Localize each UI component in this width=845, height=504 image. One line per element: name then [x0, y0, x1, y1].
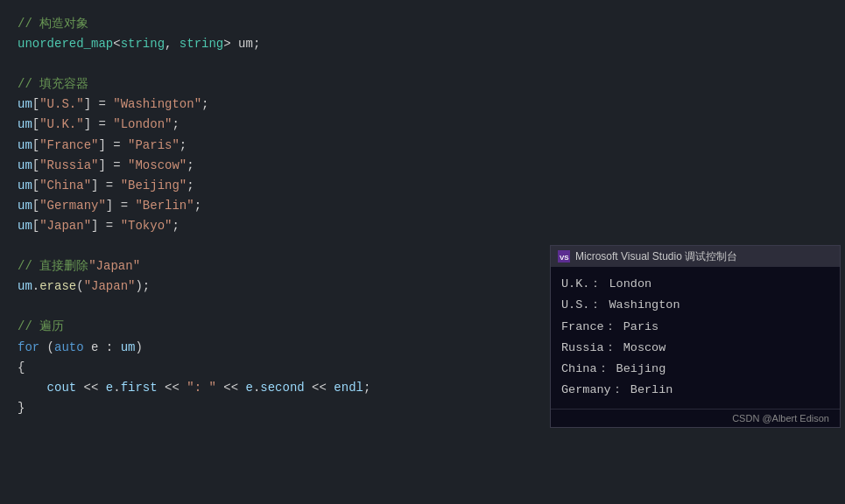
console-line-3: France： Paris: [561, 317, 829, 338]
code-line-10: um["Germany"] = "Berlin";: [18, 196, 827, 216]
console-line-4: Russia： Moscow: [561, 338, 829, 359]
console-body: U.K.： London U.S.： Washington France： Pa…: [551, 267, 840, 409]
vs-icon: VS: [558, 250, 570, 262]
code-line-6: um["U.K."] = "London";: [18, 115, 827, 135]
code-line-8: um["Russia"] = "Moscow";: [18, 156, 827, 176]
console-line-5: China： Beijing: [561, 359, 829, 380]
console-title: Microsoft Visual Studio 调试控制台: [575, 249, 737, 264]
console-line-1: U.K.： London: [561, 274, 829, 295]
console-line-2: U.S.： Washington: [561, 295, 829, 316]
console-footer: CSDN @Albert Edison: [551, 409, 840, 427]
code-line-blank1: [18, 54, 827, 74]
code-line-5: um["U.S."] = "Washington";: [18, 94, 827, 115]
console-line-6: Germany： Berlin: [561, 380, 829, 401]
console-window: VS Microsoft Visual Studio 调试控制台 U.K.： L…: [550, 245, 841, 428]
code-line-11: um["Japan"] = "Tokyo";: [18, 216, 827, 236]
console-titlebar: VS Microsoft Visual Studio 调试控制台: [551, 246, 840, 267]
code-line-4: // 填充容器: [18, 74, 827, 94]
console-footer-text: CSDN @Albert Edison: [732, 413, 829, 424]
svg-text:VS: VS: [560, 254, 569, 262]
code-line-7: um["France"] = "Paris";: [18, 136, 827, 156]
code-line-9: um["China"] = "Beijing";: [18, 176, 827, 196]
code-line-2: unordered_map<string, string> um;: [18, 34, 827, 54]
code-line-1: // 构造对象: [18, 14, 827, 34]
